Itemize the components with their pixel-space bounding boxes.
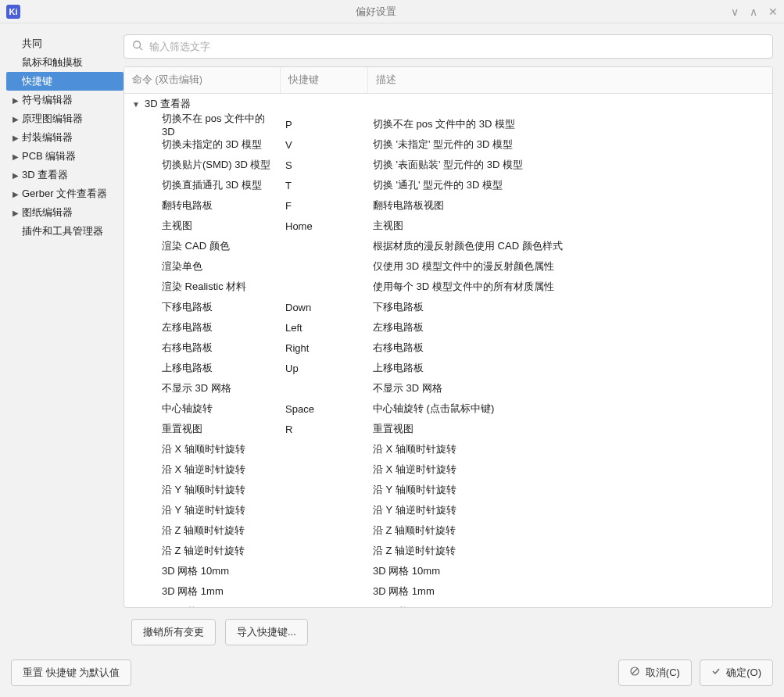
sidebar-item-1[interactable]: 鼠标和触摸板	[6, 53, 124, 72]
cell-description: 3D 网格 10mm	[368, 564, 772, 578]
svg-line-3	[632, 669, 637, 674]
sidebar-item-label: 共同	[22, 37, 42, 51]
sidebar-item-2[interactable]: 快捷键	[6, 72, 124, 91]
sidebar-item-7[interactable]: ▶3D 查看器	[6, 166, 124, 184]
close-icon[interactable]: ✕	[768, 5, 778, 18]
undo-all-button[interactable]: 撤销所有变更	[131, 619, 216, 645]
maximize-icon[interactable]: ∧	[750, 5, 757, 18]
sidebar-item-0[interactable]: 共同	[6, 34, 124, 53]
table-row[interactable]: 3D 网格 2.5mm3D 网格 2.5mm	[124, 602, 772, 607]
reset-defaults-button[interactable]: 重置 快捷键 为默认值	[11, 659, 131, 686]
main-area: 共同鼠标和触摸板快捷键▶符号编辑器▶原理图编辑器▶封装编辑器▶PCB 编辑器▶3…	[0, 23, 784, 652]
table-row[interactable]: 渲染单色仅使用 3D 模型文件中的漫反射颜色属性	[124, 256, 772, 277]
col-hotkey[interactable]: 快捷键	[281, 67, 368, 93]
cell-command: 沿 X 轴顺时针旋转	[124, 442, 281, 456]
cell-hotkey: Home	[281, 220, 368, 232]
chevron-right-icon: ▶	[13, 190, 22, 198]
import-hotkeys-button[interactable]: 导入快捷键...	[225, 619, 308, 645]
table-row[interactable]: 右移电路板Right右移电路板	[124, 338, 772, 358]
cell-hotkey: Space	[281, 403, 368, 415]
cell-hotkey: T	[281, 180, 368, 191]
table-row[interactable]: 翻转电路板F翻转电路板视图	[124, 195, 772, 216]
ok-button[interactable]: 确定(O)	[700, 659, 773, 686]
cell-command: 翻转电路板	[124, 198, 281, 213]
sidebar-item-3[interactable]: ▶符号编辑器	[6, 91, 124, 109]
content-area: 命令 (双击编辑) 快捷键 描述 ▼ 3D 查看器 切换不在 pos 文件中的 …	[124, 34, 784, 652]
table-row[interactable]: 不显示 3D 网格不显示 3D 网格	[124, 378, 772, 399]
titlebar: Ki 偏好设置 ∨ ∧ ✕	[0, 0, 784, 23]
table-row[interactable]: 沿 X 轴逆时针旋转沿 X 轴逆时针旋转	[124, 459, 772, 480]
table-actions: 撤销所有变更 导入快捷键...	[124, 608, 773, 652]
chevron-down-icon: ▼	[132, 100, 140, 109]
sidebar-item-label: 鼠标和触摸板	[22, 55, 83, 70]
table-row[interactable]: 沿 Y 轴逆时针旋转沿 Y 轴逆时针旋转	[124, 500, 772, 520]
cell-command: 3D 网格 2.5mm	[124, 605, 281, 607]
chevron-right-icon: ▶	[13, 115, 22, 123]
sidebar-item-label: 原理图编辑器	[22, 112, 83, 126]
cell-command: 沿 Y 轴顺时针旋转	[124, 483, 281, 497]
cell-description: 根据材质的漫反射颜色使用 CAD 颜色样式	[368, 239, 772, 253]
cell-description: 下移电路板	[368, 300, 772, 314]
app-icon: Ki	[6, 5, 20, 19]
cell-command: 左移电路板	[124, 320, 281, 334]
cell-command: 重置视图	[124, 422, 281, 436]
cell-description: 翻转电路板视图	[368, 198, 772, 213]
cell-description: 沿 Z 轴逆时针旋转	[368, 544, 772, 558]
sidebar-item-10[interactable]: 插件和工具管理器	[6, 222, 124, 241]
cell-command: 3D 网格 10mm	[124, 564, 281, 578]
sidebar-item-label: 符号编辑器	[22, 93, 73, 107]
table-row[interactable]: 重置视图R重置视图	[124, 419, 772, 439]
table-row[interactable]: 沿 Z 轴顺时针旋转沿 Z 轴顺时针旋转	[124, 520, 772, 541]
table-row[interactable]: 沿 Y 轴顺时针旋转沿 Y 轴顺时针旋转	[124, 480, 772, 500]
table-row[interactable]: 沿 Z 轴逆时针旋转沿 Z 轴逆时针旋转	[124, 541, 772, 561]
table-row[interactable]: 主视图Home主视图	[124, 216, 772, 236]
cell-description: 仅使用 3D 模型文件中的漫反射颜色属性	[368, 259, 772, 273]
minimize-icon[interactable]: ∨	[731, 5, 739, 18]
table-row[interactable]: 渲染 Realistic 材料使用每个 3D 模型文件中的所有材质属性	[124, 277, 772, 297]
sidebar-item-9[interactable]: ▶图纸编辑器	[6, 203, 124, 222]
table-row[interactable]: 切换未指定的 3D 模型V切换 '未指定' 型元件的 3D 模型	[124, 134, 772, 155]
table-row[interactable]: 渲染 CAD 颜色根据材质的漫反射颜色使用 CAD 颜色样式	[124, 236, 772, 256]
table-row[interactable]: 切换不在 pos 文件中的 3DP切换不在 pos 文件中的 3D 模型	[124, 114, 772, 134]
sidebar-item-label: 图纸编辑器	[22, 206, 73, 220]
search-input[interactable]	[149, 41, 764, 52]
search-bar[interactable]	[124, 34, 773, 59]
cell-command: 渲染单色	[124, 259, 281, 273]
dialog-footer: 重置 快捷键 为默认值 取消(C) 确定(O)	[0, 652, 784, 697]
cell-description: 沿 Z 轴顺时针旋转	[368, 524, 772, 538]
table-row[interactable]: 3D 网格 1mm3D 网格 1mm	[124, 581, 772, 602]
sidebar: 共同鼠标和触摸板快捷键▶符号编辑器▶原理图编辑器▶封装编辑器▶PCB 编辑器▶3…	[6, 34, 124, 652]
cell-hotkey: S	[281, 159, 368, 171]
cell-command: 下移电路板	[124, 300, 281, 314]
sidebar-item-label: 快捷键	[22, 74, 52, 88]
chevron-right-icon: ▶	[13, 152, 22, 161]
table-row[interactable]: 沿 X 轴顺时针旋转沿 X 轴顺时针旋转	[124, 439, 772, 459]
chevron-right-icon: ▶	[13, 96, 22, 105]
table-row[interactable]: 中心轴旋转Space中心轴旋转 (点击鼠标中键)	[124, 399, 772, 419]
cell-description: 上移电路板	[368, 361, 772, 375]
sidebar-item-5[interactable]: ▶封装编辑器	[6, 128, 124, 147]
cell-description: 左移电路板	[368, 320, 772, 334]
sidebar-item-4[interactable]: ▶原理图编辑器	[6, 109, 124, 128]
cell-description: 沿 Y 轴顺时针旋转	[368, 483, 772, 497]
table-row[interactable]: 切换直插通孔 3D 模型T切换 '通孔' 型元件的 3D 模型	[124, 175, 772, 195]
cell-hotkey: Left	[281, 322, 368, 334]
cell-command: 切换直插通孔 3D 模型	[124, 178, 281, 192]
cell-command: 不显示 3D 网格	[124, 381, 281, 395]
table-row[interactable]: 左移电路板Left左移电路板	[124, 317, 772, 338]
cell-description: 主视图	[368, 219, 772, 233]
table-row[interactable]: 3D 网格 10mm3D 网格 10mm	[124, 561, 772, 581]
table-row[interactable]: 切换贴片(SMD) 3D 模型S切换 '表面贴装' 型元件的 3D 模型	[124, 155, 772, 175]
col-command[interactable]: 命令 (双击编辑)	[124, 67, 281, 93]
sidebar-item-6[interactable]: ▶PCB 编辑器	[6, 147, 124, 166]
sidebar-item-8[interactable]: ▶Gerber 文件查看器	[6, 184, 124, 203]
cell-command: 切换贴片(SMD) 3D 模型	[124, 158, 281, 172]
table-row[interactable]: 上移电路板Up上移电路板	[124, 358, 772, 378]
cell-description: 沿 X 轴顺时针旋转	[368, 442, 772, 456]
cell-command: 切换未指定的 3D 模型	[124, 138, 281, 152]
cancel-button[interactable]: 取消(C)	[618, 659, 691, 686]
cell-hotkey: R	[281, 424, 368, 435]
table-row[interactable]: 下移电路板Down下移电路板	[124, 297, 772, 317]
cell-description: 切换不在 pos 文件中的 3D 模型	[368, 117, 772, 131]
col-description[interactable]: 描述	[368, 67, 772, 93]
